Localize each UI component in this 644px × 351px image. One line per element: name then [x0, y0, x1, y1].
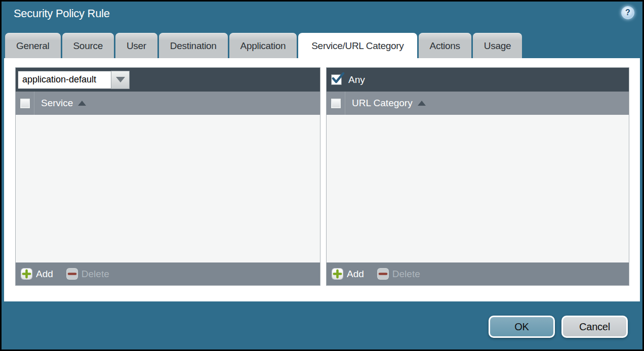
ok-button[interactable]: OK: [489, 316, 555, 338]
service-add-label: Add: [36, 269, 53, 280]
service-table-body: [16, 115, 320, 262]
service-table-header: Service: [16, 92, 320, 115]
tab-general[interactable]: General: [5, 33, 61, 58]
url-category-panel: Any URL Category Add Delete: [326, 67, 629, 286]
url-category-panel-toolbar: Any: [327, 68, 629, 92]
tab-service-url-category[interactable]: Service/URL Category: [298, 33, 417, 58]
service-panel-toolbar: [16, 68, 320, 92]
cancel-button[interactable]: Cancel: [561, 316, 628, 338]
sort-ascending-icon[interactable]: [418, 101, 426, 106]
service-delete-label: Delete: [82, 269, 109, 280]
url-category-add-button[interactable]: Add: [332, 269, 364, 280]
add-icon: [21, 269, 32, 279]
url-category-table-footer: Add Delete: [327, 262, 629, 285]
dialog-button-row: OK Cancel: [489, 316, 628, 338]
tab-usage[interactable]: Usage: [473, 33, 522, 58]
service-add-button[interactable]: Add: [21, 269, 53, 280]
service-panel: Service Add Delete: [15, 67, 320, 286]
tab-application[interactable]: Application: [229, 33, 297, 58]
url-category-table-body: [327, 115, 629, 262]
service-delete-button[interactable]: Delete: [67, 269, 109, 280]
service-select-all-checkbox[interactable]: [20, 98, 30, 109]
help-icon[interactable]: ?: [621, 6, 634, 19]
tab-destination[interactable]: Destination: [159, 33, 228, 58]
tab-bar: General Source User Destination Applicat…: [5, 33, 522, 58]
delete-icon: [67, 269, 77, 279]
add-icon: [332, 269, 343, 279]
tab-source[interactable]: Source: [62, 33, 114, 58]
tab-user[interactable]: User: [115, 33, 157, 58]
url-category-select-all-checkbox[interactable]: [331, 98, 341, 109]
service-select-all-cell: [16, 92, 34, 115]
url-category-table-header: URL Category: [327, 92, 629, 115]
tab-actions[interactable]: Actions: [419, 33, 471, 58]
url-category-delete-button[interactable]: Delete: [378, 269, 420, 280]
url-category-add-label: Add: [347, 269, 364, 280]
sort-ascending-icon[interactable]: [78, 101, 86, 106]
any-checkbox[interactable]: [331, 74, 342, 85]
service-column-header: Service: [41, 98, 73, 109]
dialog-title: Security Policy Rule: [14, 7, 110, 20]
any-label: Any: [348, 74, 365, 85]
check-icon: [331, 72, 345, 85]
service-type-input[interactable]: [18, 71, 111, 89]
delete-icon: [378, 269, 388, 279]
dropdown-arrow-icon: [116, 77, 125, 82]
service-table-footer: Add Delete: [16, 262, 320, 285]
url-category-select-all-cell: [327, 92, 345, 115]
help-glyph: ?: [625, 8, 630, 17]
any-row: Any: [331, 74, 365, 85]
url-category-delete-label: Delete: [392, 269, 420, 280]
url-category-column-header: URL Category: [352, 98, 413, 109]
service-type-combobox: [18, 71, 130, 89]
service-type-dropdown-button[interactable]: [111, 71, 130, 89]
